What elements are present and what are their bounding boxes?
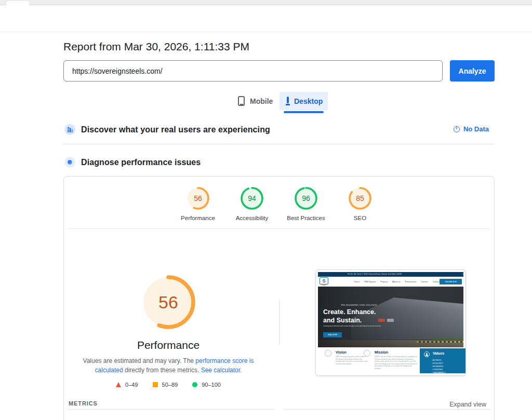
diagnose-icon: [64, 157, 75, 168]
tab-mobile[interactable]: Mobile: [231, 92, 280, 110]
values-list-item: PROMINENCE: [432, 366, 445, 368]
score-disclaimer: Values are estimated and may vary. The p…: [70, 356, 267, 375]
site-nav-item: Careers: [421, 280, 428, 283]
values-icon: [424, 351, 430, 357]
site-nav-item: PEB System: [364, 280, 376, 283]
triangle-marker-icon: [116, 382, 121, 387]
lens-dot-glyph: [68, 160, 72, 165]
column-divider: [279, 300, 280, 345]
category-scores: 56 Performance 94 Accessibility 96 Best …: [64, 186, 494, 221]
card-divider: [68, 228, 490, 229]
legend-item-triangle: 0–49: [116, 382, 138, 388]
metrics-heading: METRICS: [69, 400, 98, 407]
site-navbar: S SSIPL HomePEB SystemProjectsAbout usTe…: [318, 277, 463, 287]
score-gauge: 56: [186, 186, 210, 210]
section-divider: [63, 144, 495, 144]
score-value: 56: [186, 186, 210, 210]
score-value: 96: [294, 186, 318, 210]
analyze-button[interactable]: Analyze: [450, 60, 495, 82]
disclaimer-text: Values are estimated and may vary. The: [83, 357, 196, 364]
users-chart-glyph: [67, 127, 73, 133]
metrics-divider-right: [285, 409, 490, 410]
score-label: SEO: [354, 215, 366, 221]
score-label: Accessibility: [236, 215, 269, 221]
site-readmore-label: READ MORE: [328, 334, 337, 336]
score-gauge: 85: [348, 186, 372, 210]
score-legend: 0–4950–8990–100: [64, 382, 273, 388]
performance-score-value: 56: [139, 273, 197, 331]
no-data-status[interactable]: No Data: [454, 125, 489, 133]
score-label: Performance: [181, 215, 215, 221]
browser-tab-strip: [0, 0, 532, 5]
site-hero-title-line2: and Sustain.: [323, 316, 376, 324]
legend-range-label: 50–89: [162, 382, 178, 388]
url-input[interactable]: [63, 60, 443, 82]
info-icon: [454, 126, 460, 132]
vision-icon: [325, 350, 331, 357]
lab-section-title: Diagnose performance issues: [81, 158, 201, 167]
performance-gauge: 56: [139, 273, 197, 331]
site-readmore-button: READ MORE: [323, 332, 342, 337]
category-score-accessibility[interactable]: 94 Accessibility: [227, 186, 277, 221]
site-nav-item: Projects: [380, 280, 388, 283]
tab-mobile-label: Mobile: [250, 97, 273, 105]
circle-marker-icon: [192, 382, 197, 387]
site-logo: S: [320, 277, 328, 284]
vision-body-text: SSIPL envisages being the world's leader…: [336, 356, 368, 365]
metrics-divider-left: [69, 409, 275, 410]
legend-item-circle: 90–100: [192, 382, 221, 388]
category-score-best-practices[interactable]: 96 Best Practices: [281, 186, 331, 221]
score-value: 94: [240, 186, 264, 210]
score-gauge: 94: [240, 186, 264, 210]
site-nav-item: About us: [392, 280, 401, 283]
site-screenshot-thumbnail[interactable]: Plot No. 186, Sector 7, SIDCO Industrial…: [315, 269, 466, 376]
legend-item-square: 50–89: [153, 382, 178, 388]
pagespeed-insights-page: Report from Mar 30, 2026, 1:11:33 PM Ana…: [0, 0, 532, 420]
site-hero-title-line1: Create. Enhance.: [323, 308, 376, 316]
site-hero-subtitle: Creating most attractive and creative de…: [323, 325, 453, 330]
site-below-fold: Vision SSIPL envisages being the world's…: [318, 347, 463, 374]
site-hero: PRE-ENGINEERED STEEL BUILDINGS Create. E…: [318, 287, 463, 347]
mobile-icon: [238, 96, 245, 106]
browser-tab[interactable]: [6, 1, 29, 5]
site-topbar: Plot No. 186, Sector 7, SIDCO Industrial…: [318, 272, 463, 277]
desktop-icon: [287, 97, 289, 103]
hero-chip-gray: [387, 319, 394, 322]
mission-body-text: SSIPL's mission includes increasing prod…: [375, 356, 418, 370]
values-list-item: AUTHENTIC: [432, 360, 445, 361]
site-hero-subtitle-text: Creating most attractive and creative de…: [323, 325, 453, 328]
values-card: Values AUTHENTICEXCELLENCYPROMINENCECONS…: [420, 348, 466, 373]
site-hero-kicker: PRE-ENGINEERED STEEL BUILDINGS: [341, 305, 377, 306]
site-nav-item: Testimonials: [405, 280, 416, 283]
values-list-item: TRANSPARENCY: [432, 372, 445, 374]
site-nav-item: Home: [354, 280, 360, 283]
see-calculator-link[interactable]: See calculator.: [201, 367, 242, 374]
score-gauge: 96: [294, 186, 318, 210]
site-enquire-label: ENQUIRE NOW: [445, 281, 457, 282]
tab-desktop[interactable]: Desktop: [280, 92, 328, 110]
site-nav-items: HomePEB SystemProjectsAbout usTestimonia…: [354, 279, 443, 284]
mission-body: SSIPL's mission includes increasing prod…: [375, 356, 418, 376]
expand-view-button[interactable]: Expand view: [449, 401, 486, 408]
lighthouse-report-card: 56 Performance 94 Accessibility 96 Best …: [63, 176, 495, 420]
category-score-seo[interactable]: 85 SEO: [335, 186, 385, 221]
site-topbar-contact: sales@sovereignsteels.com +91 98844 0022…: [462, 274, 463, 275]
site-topbar-address: Plot No. 186, Sector 7, SIDCO Industrial…: [348, 274, 402, 275]
legend-range-label: 90–100: [202, 382, 221, 388]
no-data-label: No Data: [463, 125, 489, 133]
vision-title: Vision: [336, 350, 347, 354]
mission-title: Mission: [375, 350, 388, 354]
values-list: AUTHENTICEXCELLENCYPROMINENCECONSISTENTT…: [425, 359, 453, 374]
square-marker-icon: [153, 382, 158, 387]
legend-range-label: 0–49: [125, 382, 138, 388]
tab-desktop-label: Desktop: [294, 97, 323, 105]
vision-body: SSIPL envisages being the world's leader…: [336, 356, 368, 374]
score-label: Best Practices: [287, 215, 325, 221]
performance-gauge-label: Performance: [64, 339, 273, 351]
mission-icon: [364, 350, 370, 357]
category-score-performance[interactable]: 56 Performance: [173, 186, 223, 221]
score-value: 85: [348, 186, 372, 210]
browser-toolbar: [0, 5, 532, 32]
report-title: Report from Mar 30, 2026, 1:11:33 PM: [63, 40, 249, 53]
values-list-item: EXCELLENCY: [432, 363, 445, 364]
